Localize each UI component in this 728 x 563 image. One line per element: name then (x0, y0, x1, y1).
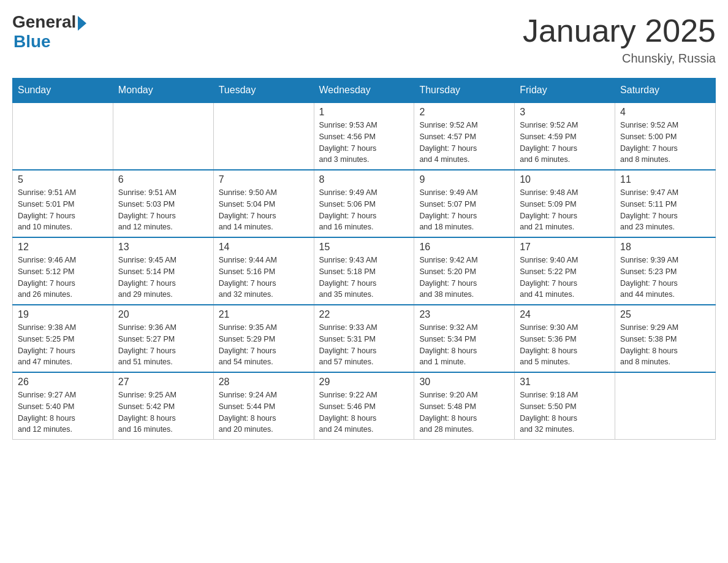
calendar-week-row: 19Sunrise: 9:38 AM Sunset: 5:25 PM Dayli… (13, 305, 716, 372)
day-info: Sunrise: 9:27 AM Sunset: 5:40 PM Dayligh… (18, 389, 108, 435)
column-header-saturday: Saturday (615, 79, 716, 103)
day-info: Sunrise: 9:33 AM Sunset: 5:31 PM Dayligh… (319, 322, 409, 368)
calendar-cell: 7Sunrise: 9:50 AM Sunset: 5:04 PM Daylig… (213, 170, 314, 237)
calendar-cell: 10Sunrise: 9:48 AM Sunset: 5:09 PM Dayli… (515, 170, 615, 237)
column-header-wednesday: Wednesday (314, 79, 414, 103)
calendar-cell: 25Sunrise: 9:29 AM Sunset: 5:38 PM Dayli… (615, 305, 716, 372)
day-info: Sunrise: 9:20 AM Sunset: 5:48 PM Dayligh… (419, 389, 509, 435)
day-number: 2 (419, 107, 509, 118)
calendar-table: SundayMondayTuesdayWednesdayThursdayFrid… (12, 78, 716, 440)
day-number: 24 (520, 309, 610, 320)
location-subtitle: Chunskiy, Russia (523, 52, 716, 66)
logo: General Blue (12, 12, 86, 52)
day-number: 6 (118, 174, 208, 185)
day-info: Sunrise: 9:51 AM Sunset: 5:03 PM Dayligh… (118, 187, 208, 233)
calendar-cell: 23Sunrise: 9:32 AM Sunset: 5:34 PM Dayli… (414, 305, 515, 372)
day-info: Sunrise: 9:48 AM Sunset: 5:09 PM Dayligh… (520, 187, 610, 233)
calendar-cell: 3Sunrise: 9:52 AM Sunset: 4:59 PM Daylig… (515, 102, 615, 170)
day-number: 5 (18, 174, 108, 185)
day-info: Sunrise: 9:36 AM Sunset: 5:27 PM Dayligh… (118, 322, 208, 368)
calendar-cell (615, 372, 716, 440)
day-number: 22 (319, 309, 409, 320)
logo-blue-text: Blue (13, 32, 51, 52)
day-number: 31 (520, 377, 610, 388)
day-info: Sunrise: 9:18 AM Sunset: 5:50 PM Dayligh… (520, 389, 610, 435)
day-number: 16 (419, 242, 509, 253)
day-number: 15 (319, 242, 409, 253)
day-number: 28 (219, 377, 309, 388)
day-info: Sunrise: 9:49 AM Sunset: 5:06 PM Dayligh… (319, 187, 409, 233)
column-header-monday: Monday (113, 79, 213, 103)
calendar-cell (213, 102, 314, 170)
column-header-thursday: Thursday (414, 79, 515, 103)
day-number: 19 (18, 309, 108, 320)
calendar-header: SundayMondayTuesdayWednesdayThursdayFrid… (13, 79, 716, 103)
calendar-cell: 16Sunrise: 9:42 AM Sunset: 5:20 PM Dayli… (414, 237, 515, 305)
calendar-body: 1Sunrise: 9:53 AM Sunset: 4:56 PM Daylig… (13, 102, 716, 440)
day-info: Sunrise: 9:29 AM Sunset: 5:38 PM Dayligh… (620, 322, 710, 368)
day-number: 11 (620, 174, 710, 185)
calendar-cell: 28Sunrise: 9:24 AM Sunset: 5:44 PM Dayli… (213, 372, 314, 440)
day-info: Sunrise: 9:32 AM Sunset: 5:34 PM Dayligh… (419, 322, 509, 368)
calendar-cell (13, 102, 113, 170)
calendar-cell: 2Sunrise: 9:52 AM Sunset: 4:57 PM Daylig… (414, 102, 515, 170)
day-info: Sunrise: 9:43 AM Sunset: 5:18 PM Dayligh… (319, 255, 409, 301)
day-info: Sunrise: 9:39 AM Sunset: 5:23 PM Dayligh… (620, 255, 710, 301)
day-number: 29 (319, 377, 409, 388)
day-number: 20 (118, 309, 208, 320)
calendar-cell: 17Sunrise: 9:40 AM Sunset: 5:22 PM Dayli… (515, 237, 615, 305)
calendar-week-row: 1Sunrise: 9:53 AM Sunset: 4:56 PM Daylig… (13, 102, 716, 170)
logo-general-text: General (12, 12, 76, 32)
calendar-cell: 30Sunrise: 9:20 AM Sunset: 5:48 PM Dayli… (414, 372, 515, 440)
logo-arrow-icon (78, 16, 86, 31)
calendar-cell (113, 102, 213, 170)
calendar-cell: 22Sunrise: 9:33 AM Sunset: 5:31 PM Dayli… (314, 305, 414, 372)
calendar-cell: 13Sunrise: 9:45 AM Sunset: 5:14 PM Dayli… (113, 237, 213, 305)
calendar-header-row: SundayMondayTuesdayWednesdayThursdayFrid… (13, 79, 716, 103)
day-info: Sunrise: 9:52 AM Sunset: 5:00 PM Dayligh… (620, 120, 710, 166)
day-number: 23 (419, 309, 509, 320)
title-area: January 2025 Chunskiy, Russia (523, 12, 716, 66)
calendar-cell: 14Sunrise: 9:44 AM Sunset: 5:16 PM Dayli… (213, 237, 314, 305)
day-info: Sunrise: 9:49 AM Sunset: 5:07 PM Dayligh… (419, 187, 509, 233)
day-info: Sunrise: 9:44 AM Sunset: 5:16 PM Dayligh… (219, 255, 309, 301)
calendar-cell: 11Sunrise: 9:47 AM Sunset: 5:11 PM Dayli… (615, 170, 716, 237)
day-number: 7 (219, 174, 309, 185)
calendar-cell: 15Sunrise: 9:43 AM Sunset: 5:18 PM Dayli… (314, 237, 414, 305)
calendar-cell: 6Sunrise: 9:51 AM Sunset: 5:03 PM Daylig… (113, 170, 213, 237)
day-number: 3 (520, 107, 610, 118)
day-info: Sunrise: 9:30 AM Sunset: 5:36 PM Dayligh… (520, 322, 610, 368)
calendar-cell: 21Sunrise: 9:35 AM Sunset: 5:29 PM Dayli… (213, 305, 314, 372)
day-info: Sunrise: 9:40 AM Sunset: 5:22 PM Dayligh… (520, 255, 610, 301)
calendar-cell: 8Sunrise: 9:49 AM Sunset: 5:06 PM Daylig… (314, 170, 414, 237)
day-number: 1 (319, 107, 409, 118)
calendar-week-row: 12Sunrise: 9:46 AM Sunset: 5:12 PM Dayli… (13, 237, 716, 305)
day-number: 8 (319, 174, 409, 185)
day-info: Sunrise: 9:45 AM Sunset: 5:14 PM Dayligh… (118, 255, 208, 301)
day-number: 4 (620, 107, 710, 118)
calendar-cell: 5Sunrise: 9:51 AM Sunset: 5:01 PM Daylig… (13, 170, 113, 237)
day-info: Sunrise: 9:38 AM Sunset: 5:25 PM Dayligh… (18, 322, 108, 368)
day-info: Sunrise: 9:35 AM Sunset: 5:29 PM Dayligh… (219, 322, 309, 368)
day-info: Sunrise: 9:53 AM Sunset: 4:56 PM Dayligh… (319, 120, 409, 166)
day-number: 10 (520, 174, 610, 185)
day-number: 12 (18, 242, 108, 253)
day-number: 17 (520, 242, 610, 253)
day-info: Sunrise: 9:50 AM Sunset: 5:04 PM Dayligh… (219, 187, 309, 233)
day-number: 18 (620, 242, 710, 253)
calendar-cell: 19Sunrise: 9:38 AM Sunset: 5:25 PM Dayli… (13, 305, 113, 372)
day-info: Sunrise: 9:52 AM Sunset: 4:57 PM Dayligh… (419, 120, 509, 166)
day-info: Sunrise: 9:47 AM Sunset: 5:11 PM Dayligh… (620, 187, 710, 233)
day-info: Sunrise: 9:51 AM Sunset: 5:01 PM Dayligh… (18, 187, 108, 233)
calendar-week-row: 5Sunrise: 9:51 AM Sunset: 5:01 PM Daylig… (13, 170, 716, 237)
calendar-cell: 26Sunrise: 9:27 AM Sunset: 5:40 PM Dayli… (13, 372, 113, 440)
calendar-cell: 27Sunrise: 9:25 AM Sunset: 5:42 PM Dayli… (113, 372, 213, 440)
day-number: 26 (18, 377, 108, 388)
calendar-cell: 24Sunrise: 9:30 AM Sunset: 5:36 PM Dayli… (515, 305, 615, 372)
day-info: Sunrise: 9:25 AM Sunset: 5:42 PM Dayligh… (118, 389, 208, 435)
page-header: General Blue January 2025 Chunskiy, Russ… (12, 12, 716, 66)
column-header-tuesday: Tuesday (213, 79, 314, 103)
calendar-cell: 20Sunrise: 9:36 AM Sunset: 5:27 PM Dayli… (113, 305, 213, 372)
day-info: Sunrise: 9:52 AM Sunset: 4:59 PM Dayligh… (520, 120, 610, 166)
calendar-week-row: 26Sunrise: 9:27 AM Sunset: 5:40 PM Dayli… (13, 372, 716, 440)
